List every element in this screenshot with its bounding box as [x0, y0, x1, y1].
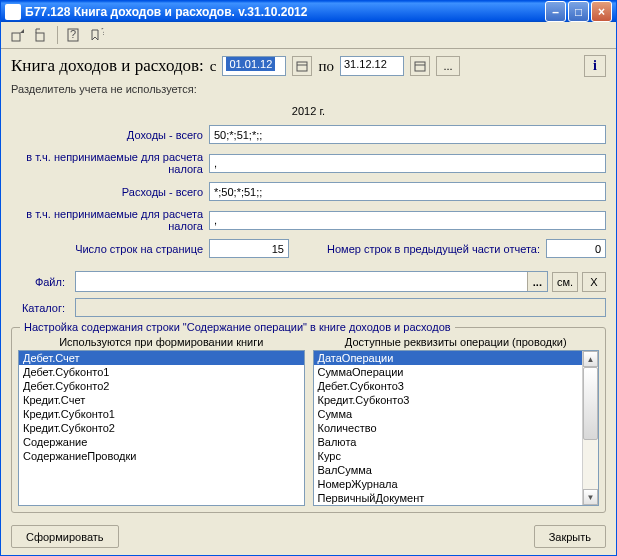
- header-row: Книга доходов и расходов: с 01.01.12 по …: [11, 55, 606, 77]
- help-icon[interactable]: ?: [62, 24, 84, 46]
- list-item[interactable]: Кредит.Счет: [19, 393, 304, 407]
- right-scrollbar[interactable]: ▲ ▼: [582, 351, 598, 505]
- content-area: Книга доходов и расходов: с 01.01.12 по …: [1, 49, 616, 519]
- page-title: Книга доходов и расходов:: [11, 56, 204, 76]
- calendar-from-icon[interactable]: [292, 56, 312, 76]
- generate-button[interactable]: Сформировать: [11, 525, 119, 548]
- from-label: с: [210, 58, 217, 75]
- file-label: Файл:: [11, 276, 71, 288]
- app-window: Б77.128 Книга доходов и расходов. v.31.1…: [0, 0, 617, 556]
- svg-rect-0: [12, 33, 20, 41]
- income-total-input[interactable]: [209, 125, 606, 144]
- left-list-header: Используются при формировании книги: [18, 336, 305, 348]
- button-bar: Сформировать Закрыть: [1, 519, 616, 556]
- date-to-input[interactable]: 31.12.12: [340, 56, 404, 76]
- list-item[interactable]: СуммаОперации: [314, 365, 583, 379]
- used-fields-listbox[interactable]: Дебет.СчетДебет.Субконто1Дебет.Субконто2…: [18, 350, 305, 506]
- list-item[interactable]: ПервичныйДокумент: [314, 491, 583, 505]
- scroll-up-icon[interactable]: ▲: [583, 351, 598, 367]
- file-browse-button[interactable]: ...: [527, 272, 547, 291]
- cursor-help-icon[interactable]: ?: [86, 24, 108, 46]
- svg-rect-1: [36, 33, 44, 41]
- list-item[interactable]: Валюта: [314, 435, 583, 449]
- income-excl-label: в т.ч. непринимаемые для расчета налога: [11, 151, 209, 175]
- expense-total-label: Расходы - всего: [11, 186, 209, 198]
- rows-per-page-label: Число строк на странице: [11, 243, 209, 255]
- close-window-button[interactable]: ×: [591, 1, 612, 22]
- list-item[interactable]: Дебет.Субконто1: [19, 365, 304, 379]
- svg-text:?: ?: [70, 28, 76, 40]
- year-label: 2012 г.: [11, 105, 606, 117]
- info-button[interactable]: i: [584, 55, 606, 77]
- rows-per-page-input[interactable]: [209, 239, 289, 258]
- list-item[interactable]: Курс: [314, 449, 583, 463]
- list-item[interactable]: ВалСумма: [314, 463, 583, 477]
- right-list-header: Доступные реквизиты операции (проводки): [313, 336, 600, 348]
- list-item[interactable]: Кредит.Субконто3: [314, 393, 583, 407]
- close-button[interactable]: Закрыть: [534, 525, 606, 548]
- svg-rect-7: [415, 62, 425, 71]
- svg-text:?: ?: [101, 28, 104, 37]
- expense-excl-input[interactable]: [209, 211, 606, 230]
- app-icon: [5, 4, 21, 20]
- list-item[interactable]: ДатаОперации: [314, 351, 583, 365]
- list-item[interactable]: Количество: [314, 421, 583, 435]
- list-item[interactable]: Сумма: [314, 407, 583, 421]
- available-fields-listbox[interactable]: ДатаОперацииСуммаОперацииДебет.Субконто3…: [313, 350, 600, 506]
- file-view-button[interactable]: см.: [552, 272, 578, 292]
- prev-rows-label: Номер строк в предыдущей части отчета:: [289, 243, 546, 255]
- minimize-button[interactable]: –: [545, 1, 566, 22]
- list-item[interactable]: Кредит.Субконто1: [19, 407, 304, 421]
- income-excl-input[interactable]: [209, 154, 606, 173]
- list-item[interactable]: Содержание: [19, 435, 304, 449]
- list-item[interactable]: СодержаниеПроводки: [19, 449, 304, 463]
- maximize-button[interactable]: □: [568, 1, 589, 22]
- calendar-to-icon[interactable]: [410, 56, 430, 76]
- titlebar: Б77.128 Книга доходов и расходов. v.31.1…: [1, 1, 616, 22]
- expense-excl-label: в т.ч. непринимаемые для расчета налога: [11, 208, 209, 232]
- window-title: Б77.128 Книга доходов и расходов. v.31.1…: [25, 5, 545, 19]
- list-item[interactable]: НомерЖурнала: [314, 477, 583, 491]
- list-item[interactable]: Дебет.Субконто3: [314, 379, 583, 393]
- to-label: по: [318, 58, 334, 75]
- separator-note: Разделитель учета не используется:: [11, 83, 606, 95]
- catalog-input: [75, 298, 606, 317]
- list-item[interactable]: Дебет.Счет: [19, 351, 304, 365]
- income-total-label: Доходы - всего: [11, 129, 209, 141]
- content-config-fieldset: Настройка содержания строки "Содержание …: [11, 327, 606, 513]
- period-ellipsis-button[interactable]: ...: [436, 56, 460, 76]
- catalog-label: Каталог:: [11, 302, 71, 314]
- toolbar-icon-2[interactable]: [31, 24, 53, 46]
- file-clear-button[interactable]: X: [582, 272, 606, 292]
- toolbar-icon-1[interactable]: [7, 24, 29, 46]
- svg-rect-5: [297, 62, 307, 71]
- scroll-thumb[interactable]: [583, 367, 598, 440]
- date-from-input[interactable]: 01.01.12: [222, 56, 286, 76]
- toolbar: ? ?: [1, 22, 616, 49]
- expense-total-input[interactable]: [209, 182, 606, 201]
- fieldset-legend: Настройка содержания строки "Содержание …: [20, 321, 455, 333]
- file-input[interactable]: ...: [75, 271, 548, 292]
- toolbar-separator: [57, 26, 58, 44]
- scroll-down-icon[interactable]: ▼: [583, 489, 598, 505]
- prev-rows-input[interactable]: [546, 239, 606, 258]
- list-item[interactable]: Дебет.Субконто2: [19, 379, 304, 393]
- list-item[interactable]: Кредит.Субконто2: [19, 421, 304, 435]
